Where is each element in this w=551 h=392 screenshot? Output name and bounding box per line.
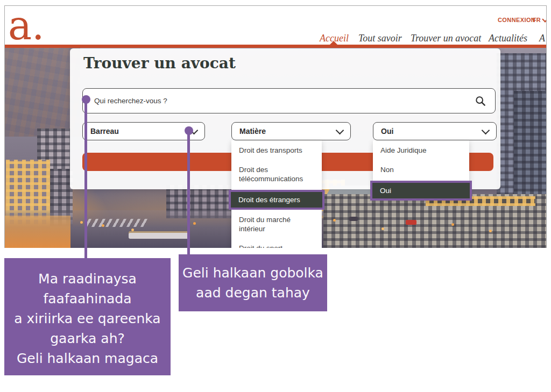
chevron-down-icon — [336, 126, 344, 134]
search-annotation-callout: Ma raadinaysa faafaahinada a xiriirka ee… — [4, 258, 171, 375]
matiere-select-label: Matière — [239, 127, 266, 136]
barreau-select-label: Barreau — [90, 127, 119, 136]
annotation-line-barreau — [187, 131, 190, 255]
matiere-select[interactable]: Matière — [231, 122, 351, 140]
annotation-line-search — [84, 100, 87, 259]
city-rooftops-shape — [5, 48, 80, 137]
nav-item-a-propos[interactable]: A p — [539, 33, 547, 44]
barreau-annotation-callout: Geli halkaan gobolka aad degan tahay — [179, 254, 327, 311]
city-bus-shape — [129, 233, 189, 239]
matiere-dropdown-list: Droit des transports Droit des télécommu… — [231, 140, 322, 248]
chevron-down-icon — [482, 126, 490, 134]
city-crosswalk-shape — [84, 219, 149, 227]
callout-line: Geli halkaan magaca — [4, 348, 171, 368]
search-box — [82, 88, 496, 113]
dropdown-option[interactable]: Droit des transports — [231, 140, 322, 160]
nav-item-trouver-un-avocat[interactable]: Trouver un avocat — [411, 33, 481, 44]
aide-juridique-select-label: Oui — [381, 127, 393, 136]
screenshot-canvas: a. CONNEXION FR Accueil Tout savoir Trou… — [0, 0, 551, 392]
nav-item-actualites[interactable]: Actualités — [489, 33, 527, 44]
site-header: a. CONNEXION FR Accueil Tout savoir Trou… — [5, 6, 546, 45]
city-shop-lights-shape — [5, 216, 70, 248]
aide-juridique-select[interactable]: Oui — [373, 122, 497, 140]
site-logo[interactable]: a. — [8, 5, 45, 48]
city-car-shape — [406, 220, 416, 225]
dropdown-option[interactable]: Droit du marché intérieur — [231, 210, 322, 238]
language-label: FR — [533, 17, 541, 23]
callout-line: Ma raadinaysa — [4, 269, 171, 289]
callout-line: Geli halkaan gobolka — [179, 263, 327, 283]
dropdown-option[interactable]: Droit des télécommunications — [231, 160, 322, 188]
chevron-down-icon — [542, 16, 547, 22]
dropdown-option-highlighted[interactable]: Droit des étrangers — [229, 190, 324, 210]
language-switcher[interactable]: FR — [533, 17, 547, 23]
annotation-dot-search — [82, 95, 90, 104]
city-car-shape — [349, 217, 358, 221]
page-title: Trouver un avocat — [83, 54, 236, 72]
callout-line: faafaahinada — [4, 289, 171, 309]
dropdown-option-highlighted[interactable]: Oui — [370, 181, 472, 201]
city-building-shape — [514, 91, 546, 198]
callout-line: gaarka ah? — [4, 329, 171, 348]
dropdown-option[interactable]: Droit du sport — [231, 238, 322, 248]
active-nav-pointer-icon — [329, 41, 338, 45]
callout-line: aad degan tahay — [179, 283, 327, 303]
callout-line: a xiriirka ee qareenka — [4, 309, 171, 329]
dropdown-option[interactable]: Non — [373, 160, 469, 179]
search-icon[interactable] — [475, 95, 486, 107]
connexion-link[interactable]: CONNEXION — [498, 17, 535, 23]
aide-juridique-dropdown-list: Aide Juridique Non Oui — [373, 140, 469, 201]
nav-item-tout-savoir[interactable]: Tout savoir — [358, 33, 402, 44]
search-input[interactable] — [83, 89, 495, 113]
dropdown-option[interactable]: Aide Juridique — [373, 140, 469, 160]
city-streetlights-shape — [80, 221, 83, 224]
annotation-dot-barreau — [185, 126, 193, 135]
